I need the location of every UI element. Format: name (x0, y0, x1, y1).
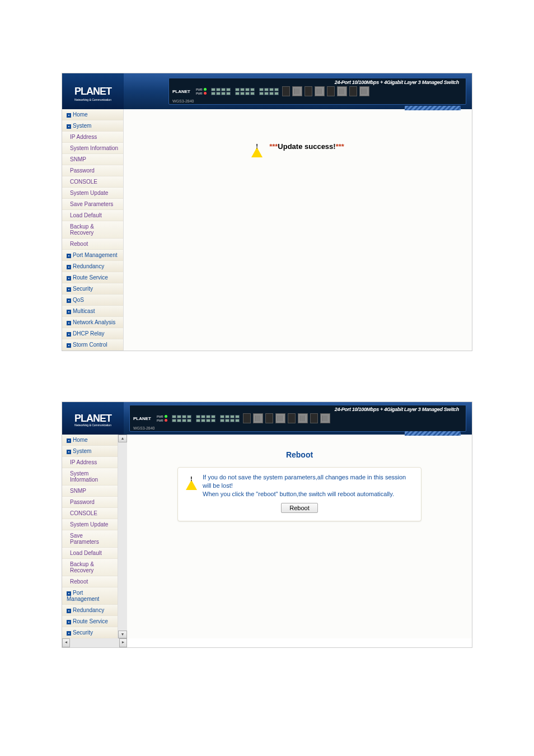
scroll-right-button[interactable]: ► (119, 638, 127, 647)
nav-system-information[interactable]: System Information (62, 143, 123, 154)
reboot-description: If you do not save the system parameters… (203, 473, 413, 498)
nav-snmp[interactable]: SNMP (62, 154, 123, 165)
nav-storm-control[interactable]: ▪Storm Control (62, 339, 123, 351)
sidebar: ▪Home ▪System IP Address System Informat… (62, 109, 124, 351)
pwr-led-green (165, 415, 167, 418)
nav-reboot[interactable]: Reboot (62, 239, 123, 250)
brand-logo: PLANET Networking & Communication (62, 402, 124, 435)
nav-password[interactable]: Password (62, 165, 123, 176)
rj45-ports (172, 415, 240, 422)
gbic-slots (282, 86, 369, 96)
nav-system[interactable]: ▪System (62, 446, 118, 457)
warning-icon (251, 141, 263, 152)
device-panel: 24-Port 10/100Mbps + 4Gigabit Layer 3 Ma… (129, 405, 466, 432)
nav-qos[interactable]: ▪QoS (62, 295, 123, 306)
nav-snmp[interactable]: SNMP (62, 486, 118, 497)
scroll-left-button[interactable]: ◄ (62, 638, 70, 647)
nav-redundancy[interactable]: ▪Redundancy (62, 261, 123, 272)
nav-redundancy[interactable]: ▪Redundancy (62, 605, 118, 616)
nav-route-service[interactable]: ▪Route Service (62, 616, 118, 627)
led-group: PWR PWR (196, 88, 207, 95)
horizontal-scrollbar[interactable]: ◄ ► (62, 638, 127, 647)
nav-backup-recovery[interactable]: Backup & Recovery (62, 221, 123, 239)
nav-save-parameters[interactable]: Save Parameters (62, 199, 123, 210)
device-header: PLANET Networking & Communication 24-Por… (62, 73, 472, 109)
device-model: WGS3-2840 (172, 99, 194, 103)
nav-password[interactable]: Password (62, 497, 118, 508)
nav-system[interactable]: ▪System (62, 120, 123, 132)
status-message: ***Update success!*** (135, 141, 461, 152)
nav-system-information[interactable]: System Information (62, 468, 118, 486)
screenshot-update-success: PLANET Networking & Communication 24-Por… (62, 73, 472, 351)
brand-name: PLANET (74, 413, 111, 424)
nav-home[interactable]: ▪Home (62, 109, 123, 120)
brand-tagline: Networking & Communication (74, 98, 111, 101)
brand-logo: PLANET Networking & Communication (62, 73, 124, 109)
header-stripes (405, 431, 461, 436)
reboot-panel: If you do not save the system parameters… (177, 467, 421, 521)
page-title: Reboot (138, 450, 461, 459)
scroll-down-button[interactable]: ▼ (118, 631, 127, 638)
sidebar: ▪Home ▪System IP Address System Informat… (62, 435, 118, 638)
vertical-scrollbar[interactable]: ▲ ▼ (118, 435, 127, 638)
header-stripes (405, 106, 461, 110)
nav-home[interactable]: ▪Home (62, 435, 118, 446)
rj45-ports (211, 88, 279, 95)
pwr-led-green (204, 88, 207, 91)
device-panel: 24-Port 10/100Mbps + 4Gigabit Layer 3 Ma… (168, 78, 466, 105)
device-title: 24-Port 10/100Mbps + 4Gigabit Layer 3 Ma… (335, 407, 459, 412)
pwr-led-red (165, 419, 167, 422)
panel-brand: PLANET (133, 416, 151, 421)
nav-system-update[interactable]: System Update (62, 519, 118, 530)
nav-console[interactable]: CONSOLE (62, 176, 123, 188)
led-group: PWR PWR (157, 415, 167, 422)
screenshot-reboot: PLANET Networking & Communication 24-Por… (62, 402, 472, 648)
brand-name: PLANET (74, 86, 111, 97)
nav-reboot[interactable]: Reboot (62, 576, 118, 587)
nav-system-update[interactable]: System Update (62, 188, 123, 199)
nav-load-default[interactable]: Load Default (62, 548, 118, 559)
nav-save-parameters[interactable]: Save Parameters (62, 530, 118, 548)
warning-icon (186, 473, 197, 484)
nav-load-default[interactable]: Load Default (62, 210, 123, 221)
nav-dhcp-relay[interactable]: ▪DHCP Relay (62, 328, 123, 339)
nav-port-management[interactable]: ▪Port Management (62, 587, 118, 605)
nav-route-service[interactable]: ▪Route Service (62, 272, 123, 283)
scroll-up-button[interactable]: ▲ (118, 435, 127, 442)
device-header: PLANET Networking & Communication 24-Por… (62, 402, 472, 435)
nav-backup-recovery[interactable]: Backup & Recovery (62, 559, 118, 576)
nav-port-management[interactable]: ▪Port Management (62, 250, 123, 261)
nav-security[interactable]: ▪Security (62, 283, 123, 295)
nav-network-analysis[interactable]: ▪Network Analysis (62, 317, 123, 328)
brand-tagline: Networking & Communication (74, 423, 111, 427)
device-title: 24-Port 10/100Mbps + 4Gigabit Layer 3 Ma… (335, 80, 459, 85)
nav-console[interactable]: CONSOLE (62, 508, 118, 519)
update-success-text: ***Update success!*** (269, 142, 344, 151)
nav-security[interactable]: ▪Security (62, 627, 118, 638)
device-model: WGS3-2840 (133, 426, 155, 430)
content-area: Reboot If you do not save the system par… (127, 435, 472, 638)
reboot-button[interactable]: Reboot (281, 503, 317, 513)
content-area: ***Update success!*** (124, 109, 472, 351)
gbic-slots (243, 413, 330, 423)
pwr-led-red (204, 92, 207, 95)
nav-ip-address[interactable]: IP Address (62, 457, 118, 468)
nav-multicast[interactable]: ▪Multicast (62, 306, 123, 317)
nav-ip-address[interactable]: IP Address (62, 132, 123, 143)
panel-brand: PLANET (172, 89, 190, 94)
